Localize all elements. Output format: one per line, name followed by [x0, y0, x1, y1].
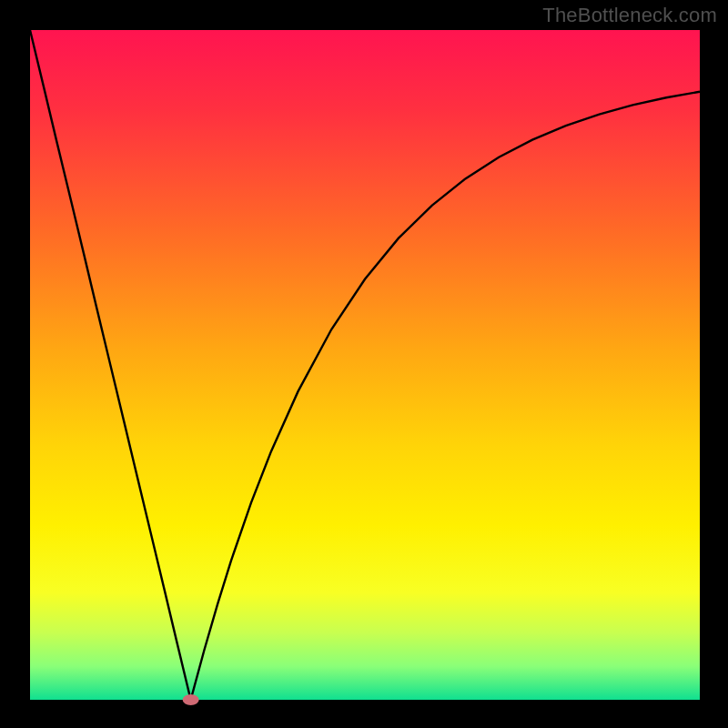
- bottleneck-chart: [0, 0, 728, 728]
- minimum-marker: [183, 694, 199, 705]
- watermark-label: TheBottleneck.com: [542, 4, 717, 27]
- plot-area: [30, 30, 700, 700]
- chart-frame: TheBottleneck.com: [0, 0, 728, 728]
